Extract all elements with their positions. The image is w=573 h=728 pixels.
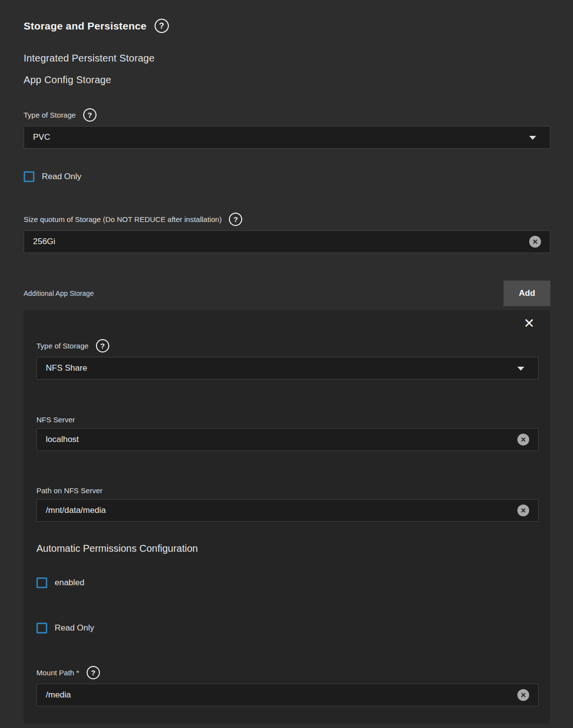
read-only-checkbox[interactable] <box>24 171 34 182</box>
enabled-checkbox[interactable] <box>36 577 47 588</box>
section-heading-app-config-storage: App Config Storage <box>24 74 550 86</box>
clear-icon[interactable]: ✕ <box>529 236 541 248</box>
page-title: Storage and Persistence <box>24 20 147 32</box>
additional-app-storage-label: Additional App Storage <box>24 289 94 297</box>
additional-app-storage-row: Additional App Storage Add <box>24 281 550 306</box>
nfs-server-input[interactable] <box>46 435 511 444</box>
type-of-storage-label: Type of Storage <box>24 111 76 119</box>
field-entry-type-of-storage: Type of Storage ? NFS Share <box>36 339 539 380</box>
nfs-server-label: NFS Server <box>36 415 75 424</box>
size-quota-label: Size quotum of Storage (Do NOT REDUCE af… <box>24 215 222 223</box>
read-only-row: Read Only <box>24 171 550 182</box>
page-header: Storage and Persistence ? <box>24 19 550 33</box>
enabled-label: enabled <box>55 578 85 588</box>
clear-icon[interactable]: ✕ <box>517 434 529 445</box>
mount-path-input[interactable] <box>46 690 511 700</box>
nfs-path-input-wrap: ✕ <box>36 499 539 522</box>
entry-type-of-storage-select[interactable]: NFS Share <box>36 357 539 380</box>
entry-read-only-label: Read Only <box>55 623 94 633</box>
size-quota-input-wrap: ✕ <box>24 230 550 253</box>
nfs-path-label: Path on NFS Server <box>36 486 102 495</box>
mount-path-label: Mount Path * <box>36 668 79 677</box>
field-nfs-path: Path on NFS Server ✕ <box>36 486 539 522</box>
chevron-down-icon <box>529 136 536 140</box>
section-heading-integrated-persistent-storage: Integrated Persistent Storage <box>24 53 550 64</box>
nfs-server-input-wrap: ✕ <box>36 428 539 451</box>
help-icon[interactable]: ? <box>155 19 169 33</box>
field-type-of-storage: Type of Storage ? PVC <box>24 108 550 149</box>
chevron-down-icon <box>517 367 524 371</box>
clear-icon[interactable]: ✕ <box>517 689 529 701</box>
enabled-row: enabled <box>36 577 539 588</box>
help-icon[interactable]: ? <box>96 339 109 352</box>
field-size-quota: Size quotum of Storage (Do NOT REDUCE af… <box>24 213 550 253</box>
size-quota-input[interactable] <box>33 237 523 247</box>
entry-read-only-checkbox[interactable] <box>36 623 47 633</box>
help-icon[interactable]: ? <box>229 213 242 226</box>
help-icon[interactable]: ? <box>83 108 96 122</box>
entry-read-only-row: Read Only <box>36 623 539 633</box>
entry-type-of-storage-label: Type of Storage <box>36 342 89 350</box>
type-of-storage-select[interactable]: PVC <box>24 126 550 149</box>
add-storage-button[interactable]: Add <box>504 281 550 306</box>
nfs-path-input[interactable] <box>46 506 511 515</box>
clear-icon[interactable]: ✕ <box>517 505 529 516</box>
mount-path-input-wrap: ✕ <box>36 684 539 706</box>
type-of-storage-value: PVC <box>33 132 50 142</box>
field-mount-path: Mount Path * ? ✕ <box>36 666 539 706</box>
read-only-label: Read Only <box>42 172 81 182</box>
field-nfs-server: NFS Server ✕ <box>36 415 539 451</box>
help-icon[interactable]: ? <box>87 666 100 679</box>
auto-permissions-heading: Automatic Permissions Configuration <box>36 543 539 554</box>
additional-storage-entry-card: ✕ Type of Storage ? NFS Share NFS Server… <box>24 310 550 724</box>
close-icon[interactable]: ✕ <box>519 316 539 331</box>
entry-type-of-storage-value: NFS Share <box>46 363 87 373</box>
